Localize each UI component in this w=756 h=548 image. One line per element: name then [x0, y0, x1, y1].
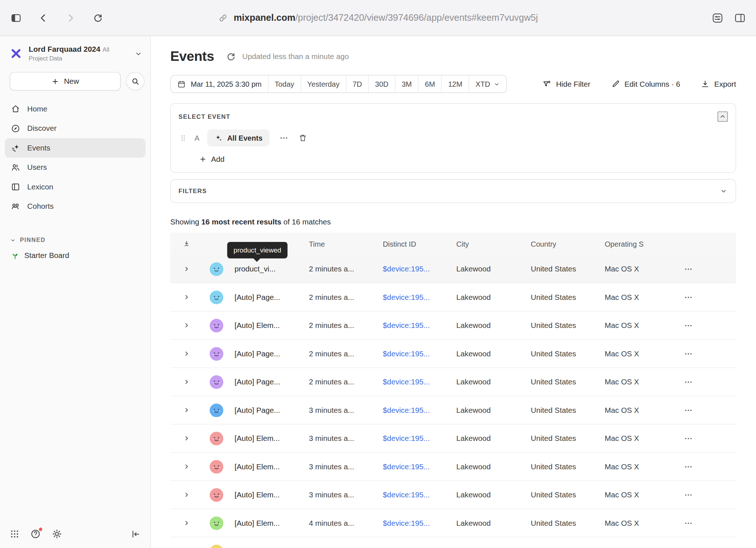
header-time[interactable]: Time [305, 240, 379, 248]
sidebar-item-users[interactable]: Users [5, 158, 145, 177]
table-row[interactable]: [Auto] Elem... 4 minutes a... $device:19… [170, 509, 736, 537]
address-bar[interactable]: mixpanel.com/project/3472420/view/397469… [218, 12, 538, 23]
table-row[interactable]: [Auto] Page... 2 minutes a... $device:19… [170, 368, 736, 396]
expand-row-icon[interactable] [170, 294, 202, 301]
browser-reload-icon[interactable] [90, 11, 105, 25]
header-os[interactable]: Operating S [601, 240, 675, 248]
settings-gear-icon[interactable] [52, 529, 62, 539]
table-row[interactable]: [Auto] Elem... 3 minutes a... $device:19… [170, 424, 736, 453]
range-3m[interactable]: 3M [395, 75, 418, 93]
table-row[interactable]: [Auto] Elem... 2 minutes a... $device:19… [170, 312, 736, 340]
distinct-id-link[interactable]: $device:195... [383, 321, 430, 329]
new-button[interactable]: New [10, 72, 121, 91]
collapse-sidebar-icon[interactable] [130, 529, 141, 539]
plus-icon [51, 77, 60, 86]
table-row[interactable]: [Auto] Elem... 3 minutes a... $device:19… [170, 453, 736, 481]
expand-row-icon[interactable] [170, 491, 202, 498]
header-country[interactable]: Country [527, 240, 601, 248]
distinct-id-link[interactable]: $device:195... [383, 377, 430, 386]
expand-row-icon[interactable] [170, 350, 202, 357]
sidebar-item-discover[interactable]: Discover [5, 119, 145, 138]
refresh-icon[interactable] [226, 51, 236, 62]
sidebar-item-cohorts[interactable]: Cohorts [5, 197, 145, 216]
export-button[interactable]: Export [701, 79, 736, 89]
row-actions-icon[interactable] [684, 293, 693, 302]
row-actions-icon[interactable] [684, 406, 693, 414]
event-more-options-icon[interactable] [279, 133, 288, 142]
row-actions-icon[interactable] [684, 462, 693, 471]
range-7d[interactable]: 7D [346, 75, 369, 93]
browser-split-view-icon[interactable] [733, 11, 747, 25]
city-cell: Lakewood [452, 518, 527, 527]
expand-row-icon[interactable] [170, 322, 202, 329]
search-icon [131, 77, 139, 86]
event-time: 2 minutes a... [305, 265, 379, 273]
drag-handle-icon[interactable] [178, 133, 188, 142]
distinct-id-link[interactable]: $device:195... [383, 462, 430, 470]
row-actions-icon[interactable] [684, 490, 693, 499]
row-actions-icon[interactable] [684, 434, 693, 443]
collapse-all-rows-icon[interactable] [170, 240, 202, 248]
row-actions-icon[interactable] [684, 265, 693, 273]
app-root: mixpanel.com/project/3472420/view/397469… [0, 0, 756, 548]
range-xtd[interactable]: XTD [469, 75, 507, 93]
all-events-pill[interactable]: All Events [207, 129, 269, 146]
browser-sidebar-toggle-icon[interactable] [9, 11, 23, 25]
search-button[interactable] [126, 72, 145, 91]
updated-status: Updated less than a minute ago [242, 52, 349, 61]
browser-back-icon[interactable] [36, 11, 51, 25]
event-time: 2 minutes a... [305, 293, 379, 302]
help-icon[interactable] [30, 529, 41, 539]
sparkle-icon [214, 134, 223, 142]
browser-customize-icon[interactable] [710, 11, 725, 25]
row-actions-icon[interactable] [684, 349, 693, 358]
table-row[interactable]: [Auto] Page... 2 minutes a... $device:19… [170, 340, 736, 368]
event-avatar [210, 545, 223, 548]
filters-card: FILTERS [170, 179, 736, 203]
distinct-id-link[interactable]: $device:195... [383, 406, 430, 414]
delete-event-icon[interactable] [298, 133, 307, 142]
table-row[interactable]: [Auto] Elem... 3 minutes a... $device:19… [170, 481, 736, 509]
apps-grid-icon[interactable] [10, 529, 20, 539]
header-city[interactable]: City [452, 240, 527, 248]
expand-row-icon[interactable] [170, 378, 202, 385]
sidebar-item-home[interactable]: Home [5, 99, 145, 119]
event-avatar [210, 403, 223, 417]
browser-forward-icon[interactable] [63, 11, 78, 25]
distinct-id-link[interactable]: $device:195... [383, 349, 430, 358]
table-row[interactable]: [Auto] Page... 3 minutes a... $device:19… [170, 396, 736, 424]
row-actions-icon[interactable] [684, 518, 693, 527]
project-switcher[interactable]: Lord Farquaad 2024 All Project Data [0, 36, 150, 67]
distinct-id-link[interactable]: $device:195... [383, 265, 430, 273]
sidebar-item-lexicon[interactable]: Lexicon [5, 177, 145, 196]
row-actions-icon[interactable] [684, 321, 693, 330]
toolbar: Mar 11, 2025 3:30 pm Today Yesterday 7D … [170, 75, 736, 93]
expand-row-icon[interactable] [170, 435, 202, 442]
expand-row-icon[interactable] [170, 463, 202, 470]
range-12m[interactable]: 12M [441, 75, 469, 93]
sidebar-item-events[interactable]: Events [5, 138, 145, 157]
row-actions-icon[interactable] [684, 377, 693, 386]
expand-row-icon[interactable] [170, 406, 202, 414]
table-row[interactable]: [Auto] Page... 2 minutes a... $device:19… [170, 283, 736, 311]
hide-filter-button[interactable]: Hide Filter [542, 79, 590, 89]
range-30d[interactable]: 30D [368, 75, 395, 93]
expand-row-icon[interactable] [170, 265, 202, 273]
expand-section-icon[interactable] [720, 187, 728, 195]
expand-row-icon[interactable] [170, 519, 202, 527]
range-today[interactable]: Today [268, 75, 301, 93]
header-distinct-id[interactable]: Distinct ID [379, 240, 453, 248]
add-event-button[interactable]: Add [199, 155, 224, 164]
distinct-id-link[interactable]: $device:195... [383, 490, 430, 499]
table-row[interactable] [170, 537, 736, 548]
range-yesterday[interactable]: Yesterday [300, 75, 346, 93]
distinct-id-link[interactable]: $device:195... [383, 293, 430, 301]
pinned-section-header[interactable]: PINNED [0, 236, 150, 243]
distinct-id-link[interactable]: $device:195... [383, 518, 430, 527]
distinct-id-link[interactable]: $device:195... [383, 434, 430, 442]
edit-columns-button[interactable]: Edit Columns · 6 [611, 79, 680, 89]
date-picker[interactable]: Mar 11, 2025 3:30 pm [171, 75, 268, 93]
sidebar-item-starter-board[interactable]: Starter Board [0, 251, 150, 260]
range-6m[interactable]: 6M [418, 75, 441, 93]
collapse-section-icon[interactable] [717, 111, 728, 122]
